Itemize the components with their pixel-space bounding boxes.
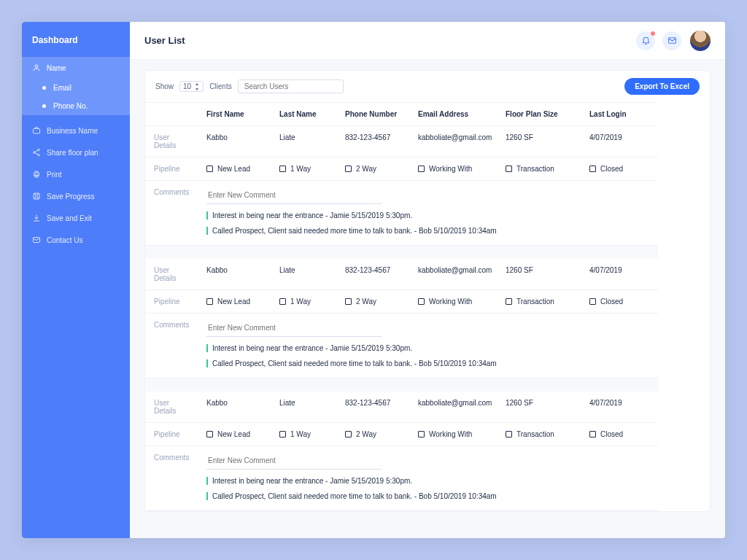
sidebar-sub-label: Phone No. [53,102,88,110]
user-icon [32,63,41,72]
comment-line: Interest in being near the entrance - Ja… [206,477,654,485]
comment-text: Called Prospect, Client said needed more… [212,227,497,235]
row-label-user-details: User Details [145,392,202,423]
pipeline-option-label: 1 Way [290,298,311,306]
comment-text: Called Prospect, Client said needed more… [212,359,497,368]
sidebar-sub-email[interactable]: Email [22,79,130,97]
record-gap [145,378,658,392]
comment-input[interactable] [206,454,382,470]
comments-area: Interest in being near the entrance - Ja… [202,446,658,511]
comment-accent-bar [206,477,208,485]
pipeline-option-label: New Lead [217,430,250,438]
download-icon [32,214,41,222]
comments-area: Interest in being near the entrance - Ja… [202,314,658,378]
cell-first-name: Kabbo [202,392,275,423]
sidebar-item-label: Print [47,171,62,179]
checkbox-icon [589,431,596,438]
comment-input[interactable] [206,321,382,337]
record-gap [145,246,658,259]
pipeline-option[interactable]: 1 Way [275,158,341,181]
comment-line: Interest in being near the entrance - Ja… [206,211,654,219]
checkbox-icon [418,298,425,305]
checkbox-icon [206,166,213,172]
sidebar-item-save-exit[interactable]: Save and Exit [22,207,130,229]
sidebar-item-name[interactable]: Name [22,57,130,79]
pipeline-option[interactable]: Closed [585,423,658,446]
app-shell: Dashboard Name Email Phone No. Business … [22,22,725,538]
page-size-stepper[interactable]: 10 [179,81,204,92]
pipeline-option[interactable]: New Lead [202,158,275,181]
cell-last-name: Liate [275,126,341,158]
pipeline-option-label: New Lead [217,165,250,173]
sidebar-item-business[interactable]: Business Name [22,120,130,141]
cell-login: 4/07/2019 [585,392,658,423]
pipeline-option-label: Working With [429,298,472,306]
checkbox-icon [206,298,213,305]
pipeline-option[interactable]: Transaction [501,158,585,181]
export-button[interactable]: Export To Excel [624,78,700,95]
row-label-user-details: User Details [145,259,202,290]
comment-text: Called Prospect, Client said needed more… [212,492,497,500]
pipeline-option-label: Closed [600,298,623,306]
cell-phone: 832-123-4567 [341,392,414,423]
cell-last-name: Liate [275,259,341,290]
pipeline-option[interactable]: 1 Way [275,423,341,446]
comment-text: Interest in being near the entrance - Ja… [212,344,412,352]
content-area: User List Show 10 Clients [130,22,725,538]
checkbox-icon [506,298,512,305]
sidebar-sub-phone[interactable]: Phone No. [22,97,130,115]
search-input[interactable] [238,79,344,93]
cell-phone: 832-123-4567 [341,259,414,290]
sidebar-item-save-progress[interactable]: Save Progress [22,185,130,207]
sidebar-item-label: Save Progress [47,192,95,201]
print-icon [32,170,41,179]
pipeline-option[interactable]: Working With [414,158,501,181]
pipeline-option[interactable]: Closed [585,158,658,181]
show-label: Show [155,82,174,90]
brand-title: Dashboard [22,22,130,57]
cell-phone: 832-123-4567 [341,126,414,158]
pipeline-option[interactable]: New Lead [202,423,275,446]
sidebar-item-share[interactable]: Share floor plan [22,141,130,163]
sidebar-item-contact[interactable]: Contact Us [22,229,130,251]
pipeline-option[interactable]: 2 Way [341,158,414,181]
cell-plan: 1260 SF [501,259,585,290]
sidebar-item-label: Name [47,64,66,72]
row-label-comments: Comments [145,446,202,511]
cell-login: 4/07/2019 [585,126,658,158]
pipeline-option[interactable]: Working With [414,290,501,314]
avatar[interactable] [690,31,711,51]
sidebar-item-label: Business Name [47,127,98,135]
col-email: Email Address [414,102,501,126]
mail-icon [667,36,677,45]
col-first-name: First Name [202,102,275,126]
pipeline-option[interactable]: 2 Way [341,423,414,446]
comment-input[interactable] [206,188,382,204]
comment-accent-bar [206,359,208,368]
comment-line: Called Prospect, Client said needed more… [206,227,654,235]
notification-button[interactable] [636,31,655,50]
user-list-panel: Show 10 Clients Export To Excel First Na… [144,70,711,512]
pipeline-option[interactable]: 2 Way [341,290,414,314]
pipeline-option-label: 2 Way [356,430,376,438]
user-grid: First Name Last Name Phone Number Email … [145,102,710,511]
bell-icon [641,36,651,45]
col-label-blank [145,102,202,126]
pipeline-option[interactable]: New Lead [202,290,275,314]
row-label-pipeline: Pipeline [145,423,202,446]
pipeline-option[interactable]: Working With [414,423,501,446]
pipeline-option[interactable]: Transaction [501,423,585,446]
sidebar-item-print[interactable]: Print [22,163,130,185]
pipeline-option[interactable]: Transaction [501,290,585,314]
contact-icon [32,236,41,244]
pipeline-option[interactable]: Closed [585,290,658,314]
comment-line: Called Prospect, Client said needed more… [206,359,654,368]
cell-first-name: Kabbo [202,259,275,290]
pipeline-option[interactable]: 1 Way [275,290,341,314]
pipeline-option-label: 1 Way [290,165,311,173]
checkbox-icon [206,431,213,438]
comment-accent-bar [206,344,208,352]
page-size-value: 10 [183,82,191,90]
mail-button[interactable] [662,31,681,50]
save-icon [32,192,41,201]
